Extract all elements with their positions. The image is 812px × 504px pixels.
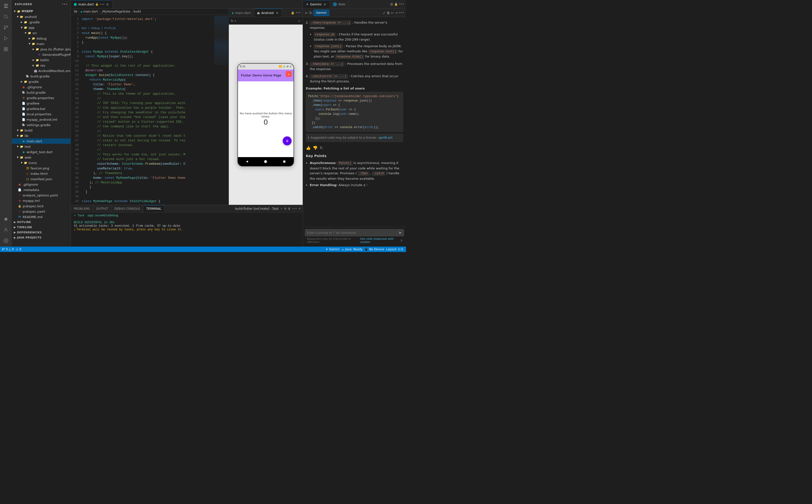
add-terminal-icon[interactable]: ＋ <box>280 207 283 210</box>
thumbs-down-btn[interactable]: 👎 <box>313 145 318 151</box>
status-java[interactable]: ☕ Java: Ready <box>342 248 362 251</box>
tree-item-myapp[interactable]: ▼ 📁 MYAPP <box>12 9 71 14</box>
activity-bar-git[interactable] <box>1 23 11 32</box>
tree-item-gradlew[interactable]: 📄 gradlew <box>12 101 71 106</box>
nav-home-icon[interactable]: ⬤ <box>264 160 267 163</box>
tree-item-gradle[interactable]: ▶ 📁 .gradle <box>12 19 71 25</box>
tree-item-debug[interactable]: ▶ 📁 debug <box>12 36 71 41</box>
refresh-icon[interactable]: ↻ <box>231 19 234 23</box>
activity-bar-accounts[interactable] <box>1 225 11 235</box>
tree-item-favicon[interactable]: 🖼 favicon.png <box>12 165 71 171</box>
external-link-icon[interactable]: ⤢ <box>298 19 301 23</box>
disclaimer-link[interactable]: Use code responses with caution <box>360 237 400 244</box>
tree-item-java-plugins[interactable]: ▶ 📁 java /io /flutter /plugins <box>12 46 71 52</box>
tree-item-generated-plugin[interactable]: K GeneratedPluginRegi... <box>12 52 71 57</box>
status-layout[interactable]: Layout: U.S. <box>386 248 404 251</box>
tree-item-app[interactable]: ▼ 📁 app <box>12 25 71 30</box>
thumbs-up-btn[interactable]: 👍 <box>306 145 311 151</box>
tree-item-analysis-options[interactable]: Y analysis_options.yaml <box>12 193 71 198</box>
more-icon[interactable]: ••• <box>296 11 301 15</box>
activity-bar-search[interactable] <box>1 12 11 22</box>
activity-bar-settings[interactable] <box>1 236 11 246</box>
activity-bar-explorer[interactable] <box>1 1 11 11</box>
breadcrumb-file[interactable]: ◆main.dart <box>80 10 98 13</box>
section-timeline[interactable]: ▶ TIMELINE <box>12 225 71 230</box>
bottom-tab-terminal[interactable]: TERMINAL <box>143 205 164 212</box>
code-editor[interactable]: 1 2 3 4 5 6 7 8 9 10 11 12 13 <box>71 15 229 205</box>
tree-item-android-gitignore[interactable]: ◉ .gitignore <box>12 84 71 90</box>
breadcrumb-method[interactable]: build <box>134 10 141 13</box>
tree-item-build-gradle[interactable]: 🐘 build.gradle <box>12 90 71 95</box>
activity-bar-ai[interactable] <box>1 214 11 224</box>
tree-item-widget-test[interactable]: ◆ widget_test.dart <box>12 149 71 155</box>
nav-back-icon[interactable]: ◀ <box>246 160 248 163</box>
tree-item-myapp-iml[interactable]: 📄 myapp_android.iml <box>12 117 71 122</box>
section-java-projects[interactable]: ▶ JAVA PROJECTS <box>12 235 71 240</box>
gemini-input[interactable] <box>307 231 399 235</box>
gemini-tab-web[interactable]: 🌐 Web <box>330 0 348 8</box>
gemini-active-btn[interactable]: Gemini <box>314 10 330 16</box>
refresh-response-btn[interactable]: ↻ <box>320 145 323 151</box>
activity-bar-debug[interactable] <box>1 33 11 43</box>
delete-icon[interactable]: 🗑 <box>387 11 390 15</box>
tree-item-myapp-iml-root[interactable]: ◈ myapp.iml <box>12 198 71 203</box>
more-gemini-icon[interactable]: ••• <box>399 2 404 6</box>
tree-item-settings-gradle[interactable]: 🐘 settings.gradle <box>12 122 71 128</box>
clear-terminal-icon[interactable]: 🗑 <box>288 207 291 210</box>
activity-bar-extensions[interactable] <box>1 44 11 54</box>
tree-item-local-properties[interactable]: 📄 local.properties <box>12 111 71 117</box>
tree-item-index-html[interactable]: ◎ index.html <box>12 171 71 176</box>
tree-item-manifest-json[interactable]: {} manifest.json <box>12 176 71 182</box>
tree-item-res[interactable]: ▶ 📁 res <box>12 63 71 68</box>
tree-item-gradlew-bat[interactable]: 📄 gradlew.bat <box>12 106 71 111</box>
gemini-tab-close[interactable]: ✕ <box>323 2 327 6</box>
status-branch[interactable]: 0 △ 0 <box>2 248 14 251</box>
tree-item-android[interactable]: ▼ 📂 android <box>12 14 71 19</box>
gemini-send-btn[interactable]: ➤ <box>399 230 402 235</box>
section-outline[interactable]: ▶ OUTLINE <box>12 220 71 225</box>
tree-item-root-gitignore[interactable]: ◉ .gitignore <box>12 182 71 187</box>
suggestion-link[interactable]: april4-act <box>378 135 392 140</box>
status-errors[interactable]: ⚠ 0 <box>16 248 21 251</box>
code-content[interactable]: import 'package:flutter/material.dart'; … <box>81 15 214 205</box>
refresh-dropdown-icon[interactable]: ▾ <box>235 19 236 22</box>
back-btn2[interactable]: ← <box>391 11 394 15</box>
back-btn[interactable]: ← <box>305 11 308 15</box>
bottom-tab-output[interactable]: OUTPUT <box>93 205 111 212</box>
tree-item-main-dart[interactable]: ◆ main.dart <box>12 138 71 144</box>
tab-main-dart-active[interactable]: main.dart 🔒 ••• ✕ <box>71 0 113 8</box>
bottom-tab-problems[interactable]: PROBLEMS <box>71 205 93 212</box>
refresh-btn[interactable]: ↻ <box>309 11 312 15</box>
tree-item-lib[interactable]: ▼ 📁 lib <box>12 133 71 138</box>
more-terminal-icon[interactable]: ••• <box>292 207 297 210</box>
tree-item-app-buildgradle[interactable]: 🐘 build.gradle <box>12 74 71 79</box>
preview-tab-close[interactable]: ✕ <box>275 11 279 15</box>
tree-item-main[interactable]: ▼ 📁 main <box>12 41 71 46</box>
tree-item-web[interactable]: ▼ 📁 web <box>12 155 71 160</box>
bottom-tab-debug-console[interactable]: DEBUG CONSOLE <box>111 205 143 212</box>
tree-item-android-gradle[interactable]: ▶ 📁 gradle <box>12 79 71 84</box>
tree-item-androidmanifest[interactable]: 🤖 AndroidManifest.xml <box>12 68 71 74</box>
tree-item-icons[interactable]: ▼ 📁 icons <box>12 160 71 165</box>
layout-icon[interactable]: ⊞ <box>390 2 393 6</box>
tree-item-test[interactable]: ▼ 📁 test <box>12 144 71 149</box>
more-btn[interactable]: ••• <box>399 11 404 15</box>
breadcrumb-lib[interactable]: lib <box>74 10 77 13</box>
bottom-content[interactable]: > Task :app:assembleDebug BUILD SUCCESSF… <box>71 212 303 247</box>
section-dependencies[interactable]: ▶ DEPENDENCIES <box>12 230 71 235</box>
more-tab-icon[interactable]: ••• <box>100 3 104 6</box>
split-terminal-icon[interactable]: ⊞ <box>284 207 287 210</box>
tree-item-pubspec-yaml[interactable]: Y pubspec.yaml <box>12 209 71 214</box>
tree-item-kotlin[interactable]: ▶ 📁 kotlin <box>12 57 71 63</box>
tab-close-btn[interactable]: ✕ <box>105 2 109 6</box>
status-no-device[interactable]: 📱 No Device <box>364 248 384 251</box>
tree-item-src[interactable]: ▼ 📁 src <box>12 30 71 36</box>
tree-item-readme[interactable]: M README.md <box>12 214 71 220</box>
gemini-tab-gemini[interactable]: ✦ Gemini ✕ <box>303 0 330 8</box>
tree-item-pubspec-lock[interactable]: 🔒 pubspec.lock <box>12 203 71 209</box>
tree-item-metadata[interactable]: 📄 .metadata <box>12 187 71 193</box>
status-gemini[interactable]: ✦ Gemini <box>326 248 340 251</box>
nav-recent-icon[interactable]: ■ <box>283 160 286 163</box>
forward-btn[interactable]: → <box>395 11 398 15</box>
sidebar-more-icon[interactable]: ••• <box>62 3 68 6</box>
